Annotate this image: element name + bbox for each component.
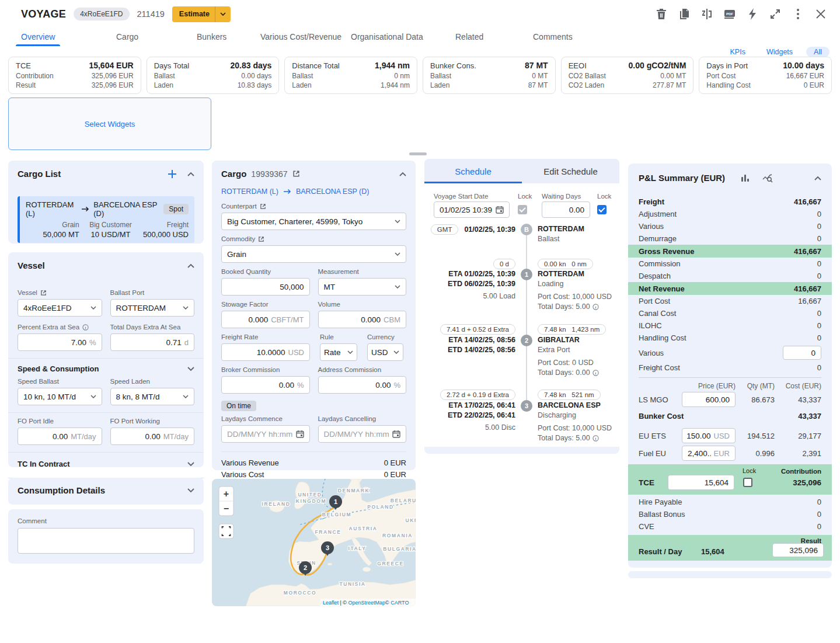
tab-organisational-data[interactable]: Organisational Data (351, 32, 423, 41)
zoom-in-button[interactable]: + (224, 489, 229, 499)
various-cost-input[interactable]: 0 (783, 346, 821, 360)
net-revenue-row: Net Revenue416,667 (628, 282, 832, 295)
tc-in-contract-section[interactable]: TC In Contract (18, 460, 194, 468)
collapse-vessel-icon[interactable] (187, 263, 194, 268)
tab-edit-schedule[interactable]: Edit Schedule (522, 159, 619, 183)
result-input[interactable]: 325,096 (772, 543, 824, 557)
copy-icon[interactable] (678, 8, 691, 20)
collapse-cargo-icon[interactable] (399, 172, 406, 176)
comment-textarea[interactable] (18, 528, 194, 554)
bar-chart-icon[interactable] (740, 173, 750, 183)
measurement-select[interactable]: MT (318, 278, 407, 296)
calendar-icon[interactable] (392, 430, 400, 438)
chevron-down-icon[interactable] (187, 462, 194, 467)
close-icon[interactable] (814, 8, 827, 20)
map-fullscreen-button[interactable] (219, 524, 233, 538)
open-vessel-icon[interactable] (40, 290, 47, 296)
info-icon[interactable] (592, 304, 599, 310)
filter-widgets[interactable]: Widgets (759, 47, 800, 57)
map-zoom-control[interactable]: + − (219, 486, 233, 516)
laydays-commence-input[interactable]: DD/MM/YY hh:mm (221, 425, 310, 443)
info-icon[interactable] (82, 324, 89, 331)
open-commodity-icon[interactable] (258, 236, 264, 242)
laydays-cancelling-input[interactable]: DD/MM/YY hh:mm (318, 425, 407, 443)
carto-link[interactable]: CARTO (391, 600, 409, 606)
tab-related[interactable]: Related (455, 32, 483, 41)
delete-icon[interactable] (655, 8, 668, 20)
tce-lock-checkbox[interactable] (743, 478, 752, 487)
tab-schedule[interactable]: Schedule (424, 159, 522, 183)
fuel-eu-price-input[interactable]: 2,400....EUR (682, 446, 736, 461)
voyage-start-date-input[interactable]: 01/02/25 10:39 (434, 201, 510, 218)
tab-various-cost-revenue[interactable]: Various Cost/Revenue (260, 32, 341, 41)
booked-quantity-input[interactable]: 50,000 (221, 278, 310, 296)
address-commission-input[interactable]: 0.00% (318, 376, 407, 394)
zoom-out-button[interactable]: − (224, 503, 229, 513)
chevron-down-icon[interactable] (187, 367, 194, 371)
chevron-down-icon (183, 306, 189, 310)
osm-link[interactable]: OpenStreetMap (348, 600, 386, 606)
more-menu-icon[interactable] (792, 8, 804, 20)
tab-bunkers[interactable]: Bunkers (197, 32, 226, 41)
speed-consumption-section[interactable]: Speed & Consumption (18, 364, 194, 373)
fo-port-working-input[interactable]: 0.00MT/day (110, 427, 195, 445)
tce-input[interactable]: 15,604 (668, 475, 734, 490)
collapse-cargo-list-icon[interactable] (187, 172, 194, 176)
counterpart-select[interactable]: Big Customer, Charterer, 45999, Tokyo (221, 213, 406, 230)
add-cargo-icon[interactable] (168, 169, 177, 179)
calendar-icon[interactable] (496, 206, 504, 214)
eu-ets-price-input[interactable]: 150.00USD (682, 428, 736, 443)
expand-icon[interactable] (769, 8, 782, 20)
start-date-lock-checkbox[interactable] (518, 205, 527, 214)
cargo-list-item[interactable]: ROTTERDAM (L) BARCELONA ESP (D) Spot Gra… (18, 196, 194, 243)
svg-text:ROMANIA: ROMANIA (382, 533, 413, 538)
currency-select[interactable]: USD (367, 343, 403, 361)
select-widgets-button[interactable]: Select Widgets (8, 98, 211, 150)
info-icon[interactable] (592, 435, 599, 442)
cargo-from: ROTTERDAM (L) (26, 200, 77, 218)
tab-cargo[interactable]: Cargo (116, 32, 138, 41)
consumption-details-panel[interactable]: Consumption Details (8, 478, 204, 505)
collapse-pnl-icon[interactable] (814, 176, 821, 180)
commodity-select[interactable]: Grain (221, 245, 406, 263)
waiting-days-input[interactable]: 0.00 (542, 201, 590, 218)
vessel-select[interactable]: 4xRoEeE1FD (18, 299, 102, 317)
speed-ballast-select[interactable]: 10 kn, 10 MT/d (18, 388, 102, 405)
route-from-link[interactable]: ROTTERDAM (L) (221, 187, 278, 196)
volume-input[interactable]: 0.000CBM (318, 311, 407, 328)
cargo-list-panel: Cargo List ROTTERDAM (L) BARCELONA ESP (… (8, 161, 204, 244)
compare-icon[interactable] (700, 8, 713, 20)
estimate-button[interactable]: Estimate (172, 6, 231, 22)
widget-filter: KPIs Widgets All (723, 47, 829, 57)
ballast-port-select[interactable]: ROTTERDAM (110, 299, 195, 317)
leaflet-link[interactable]: Leaflet (323, 600, 339, 606)
info-icon[interactable] (592, 370, 599, 376)
quick-action-icon[interactable] (746, 8, 759, 20)
filter-all[interactable]: All (806, 47, 829, 57)
calendar-icon[interactable] (296, 430, 304, 438)
filter-kpis[interactable]: KPIs (723, 47, 753, 57)
route-to-link[interactable]: BARCELONA ESP (D) (296, 187, 370, 196)
freight-rate-input[interactable]: 10.0000USD (221, 343, 310, 361)
export-pdf-icon[interactable]: PDF (723, 8, 736, 20)
stowage-factor-input[interactable]: 0.000CBFT/MT (221, 311, 310, 328)
broker-commission-input[interactable]: 0.00% (221, 376, 310, 394)
total-days-extra-input[interactable]: 0.71d (110, 333, 195, 351)
tab-comments[interactable]: Comments (533, 32, 573, 41)
estimate-caret-icon[interactable] (215, 6, 231, 22)
chevron-down-icon[interactable] (187, 488, 194, 493)
ls-mgo-price-input[interactable]: 600.00 (682, 392, 736, 407)
fo-port-idle-input[interactable]: 0.00MT/day (18, 427, 102, 445)
speed-laden-select[interactable]: 8 kn, 8 MT/d (110, 388, 195, 405)
kpi-bunker-cons: Bunker Cons.87 MT Ballast0 MT Laden87 MT (423, 57, 556, 94)
open-counterpart-icon[interactable] (260, 203, 266, 210)
analytics-icon[interactable] (762, 173, 773, 183)
tab-overview[interactable]: Overview (21, 32, 55, 41)
chevron-down-icon (395, 252, 400, 256)
waiting-days-lock-checkbox[interactable] (597, 205, 607, 214)
open-cargo-icon[interactable] (292, 170, 300, 178)
percent-extra-input[interactable]: 7.00% (18, 333, 102, 351)
route-map[interactable]: UNITED KINGDOM IRELAND DENMARK BELARUS P… (212, 479, 416, 606)
section-drag-handle[interactable] (409, 152, 427, 155)
rule-select[interactable]: Rate (320, 343, 357, 361)
